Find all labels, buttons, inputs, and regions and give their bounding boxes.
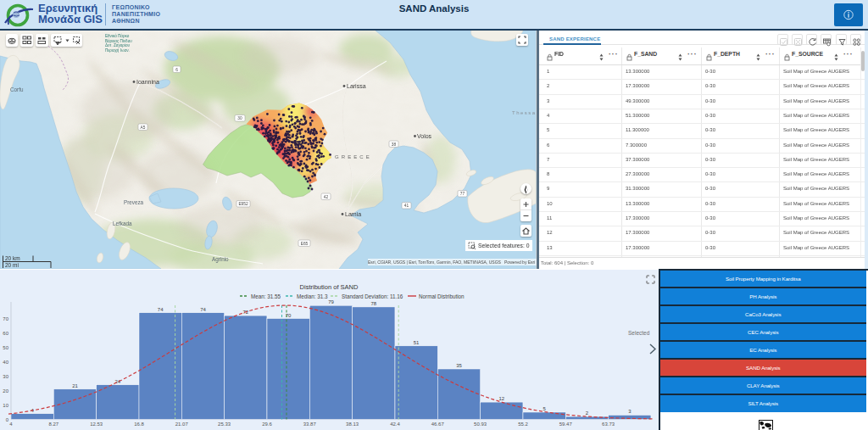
- svg-text:4: 4: [9, 422, 13, 427]
- svg-text:50: 50: [3, 345, 8, 350]
- svg-text:20 km: 20 km: [5, 255, 20, 261]
- svg-text:Εθνικό Πάρκο: Εθνικό Πάρκο: [105, 33, 130, 38]
- svg-text:2: 2: [586, 410, 589, 416]
- svg-text:42: 42: [324, 195, 329, 199]
- svg-text:Selected: Selected: [628, 330, 650, 336]
- svg-text:38.13: 38.13: [346, 422, 359, 427]
- svg-text:74: 74: [158, 307, 164, 312]
- svg-text:E65: E65: [301, 242, 309, 246]
- svg-text:12: 12: [498, 396, 504, 401]
- svg-text:A5: A5: [141, 126, 146, 130]
- svg-text:77: 77: [460, 192, 465, 196]
- svg-text:29.6: 29.6: [262, 422, 272, 427]
- svg-text:Δυτ. Ζαγορίου: Δυτ. Ζαγορίου: [105, 43, 130, 47]
- svg-text:Thessaly: Thessaly: [512, 110, 537, 115]
- svg-text:16.8: 16.8: [134, 422, 144, 427]
- svg-text:35: 35: [456, 363, 462, 368]
- svg-text:46.67: 46.67: [431, 422, 445, 427]
- svg-text:5: 5: [542, 406, 546, 411]
- svg-text:Larissa: Larissa: [347, 83, 366, 89]
- svg-text:78: 78: [370, 301, 376, 306]
- svg-text:0: 0: [6, 417, 9, 422]
- svg-text:10: 10: [3, 403, 8, 408]
- svg-text:79: 79: [328, 299, 334, 304]
- svg-text:Περιοχή Ιωαν.: Περιοχή Ιωαν.: [105, 47, 130, 53]
- svg-text:30: 30: [237, 116, 242, 120]
- svg-text:Agrinio: Agrinio: [212, 256, 229, 263]
- svg-text:Normal Distribution: Normal Distribution: [419, 293, 465, 299]
- svg-text:25.33: 25.33: [218, 422, 231, 427]
- svg-text:30: 30: [3, 374, 8, 379]
- svg-text:40: 40: [3, 360, 8, 365]
- svg-text:12.53: 12.53: [90, 422, 103, 427]
- svg-text:59.47: 59.47: [559, 422, 573, 427]
- svg-text:G R E E C E: G R E E C E: [335, 154, 370, 159]
- svg-text:Preveza: Preveza: [124, 199, 144, 205]
- svg-text:38: 38: [392, 142, 397, 147]
- svg-text:Corfu: Corfu: [10, 87, 24, 92]
- svg-text:33.87: 33.87: [303, 422, 317, 427]
- svg-text:42.4: 42.4: [390, 422, 400, 427]
- svg-text:21: 21: [72, 383, 78, 388]
- svg-text:6: 6: [175, 68, 178, 72]
- svg-text:20: 20: [3, 388, 8, 394]
- svg-text:60: 60: [3, 331, 8, 336]
- svg-text:Standard Deviation: 11.16: Standard Deviation: 11.16: [342, 293, 403, 299]
- svg-text:41: 41: [404, 204, 409, 208]
- svg-text:Ioannina: Ioannina: [136, 79, 159, 85]
- svg-text:74: 74: [200, 307, 206, 312]
- svg-text:50.93: 50.93: [474, 422, 487, 427]
- svg-text:70: 70: [3, 316, 8, 321]
- svg-text:Mean: 31.55: Mean: 31.55: [251, 293, 281, 299]
- svg-text:63.73: 63.73: [602, 422, 615, 427]
- svg-text:21.07: 21.07: [175, 422, 189, 427]
- svg-text:E952: E952: [238, 202, 248, 206]
- svg-text:8.27: 8.27: [48, 422, 58, 427]
- svg-text:20 mi: 20 mi: [5, 262, 19, 268]
- svg-text:Distribution of SAND: Distribution of SAND: [300, 283, 359, 291]
- svg-text:51: 51: [414, 340, 420, 345]
- svg-text:Lefkada: Lefkada: [113, 221, 132, 226]
- svg-text:Median: 31.3: Median: 31.3: [297, 293, 328, 299]
- svg-text:Volos: Volos: [417, 133, 432, 139]
- svg-text:3: 3: [628, 409, 632, 414]
- svg-text:55.2: 55.2: [518, 422, 528, 427]
- svg-text:Βόρειας Πίνδου: Βόρειας Πίνδου: [105, 38, 132, 43]
- svg-text:Lamia: Lamia: [345, 211, 361, 217]
